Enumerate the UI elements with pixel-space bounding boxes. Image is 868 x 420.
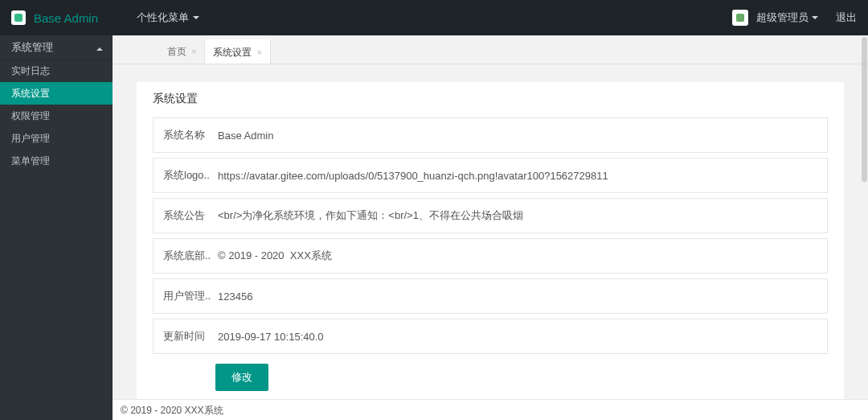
username-label: 超级管理员 [756, 10, 809, 25]
tab-label: 首页 [167, 39, 186, 64]
tabs: 首页×系统设置× [113, 35, 868, 64]
sidebar-item-2[interactable]: 权限管理 [0, 105, 113, 127]
personalize-menu[interactable]: 个性化菜单 [137, 10, 199, 25]
sidebar-group[interactable]: 系统管理 [0, 35, 113, 60]
avatar-icon [732, 10, 748, 26]
tab-1[interactable]: 系统设置× [204, 39, 270, 64]
form-row-label: 系统名称 [154, 118, 210, 152]
sidebar-item-4[interactable]: 菜单管理 [0, 150, 113, 172]
scrollbar-thumb[interactable] [862, 37, 867, 182]
form-row-label: 更新时间 [154, 319, 210, 353]
sidebar-item-1[interactable]: 系统设置 [0, 82, 113, 105]
logout-button[interactable]: 退出 [836, 10, 857, 25]
sidebar-item-3[interactable]: 用户管理 [0, 127, 113, 150]
navbar: Base Admin 个性化菜单 超级管理员 退出 [0, 0, 868, 35]
brand-title: Base Admin [34, 11, 98, 25]
close-icon[interactable]: × [256, 40, 261, 64]
form-row-input[interactable] [210, 239, 827, 273]
content-area: 系统设置 系统名称系统logo...系统公告系统底部...用户管理...更新时间… [113, 64, 868, 399]
form-row-3: 系统底部... [153, 238, 828, 274]
close-icon[interactable]: × [191, 39, 196, 64]
form-row-0: 系统名称 [153, 117, 828, 153]
footer: © 2019 - 2020 XXX系统 [113, 399, 868, 420]
form-card: 系统设置 系统名称系统logo...系统公告系统底部...用户管理...更新时间… [137, 82, 844, 399]
form-row-2: 系统公告 [153, 198, 828, 233]
sidebar: 系统管理 实时日志系统设置权限管理用户管理菜单管理 [0, 35, 113, 420]
form-row-label: 系统公告 [154, 199, 210, 233]
form-row-5: 更新时间 [153, 319, 828, 354]
save-button[interactable]: 修改 [215, 364, 268, 391]
caret-down-icon [193, 16, 199, 23]
form-row-4: 用户管理... [153, 278, 828, 314]
tab-label: 系统设置 [213, 40, 252, 64]
user-menu[interactable]: 超级管理员 [732, 10, 818, 26]
sidebar-item-0[interactable]: 实时日志 [0, 60, 113, 82]
form-row-input[interactable] [210, 279, 827, 313]
form-row-input[interactable] [210, 118, 827, 152]
form-row-label: 系统底部... [154, 239, 210, 273]
form-row-input[interactable] [210, 159, 827, 192]
form-row-input[interactable] [210, 319, 827, 353]
personalize-menu-label: 个性化菜单 [137, 10, 189, 25]
card-title: 系统设置 [153, 92, 828, 106]
sidebar-group-label: 系统管理 [11, 35, 53, 60]
logo-icon [11, 10, 26, 25]
form-row-input[interactable] [210, 199, 827, 233]
form-row-label: 系统logo... [154, 159, 210, 192]
form-row-1: 系统logo... [153, 158, 828, 193]
chevron-up-icon [96, 44, 103, 51]
form-row-label: 用户管理... [154, 279, 210, 313]
caret-down-icon [812, 16, 818, 23]
tab-0[interactable]: 首页× [159, 39, 204, 64]
